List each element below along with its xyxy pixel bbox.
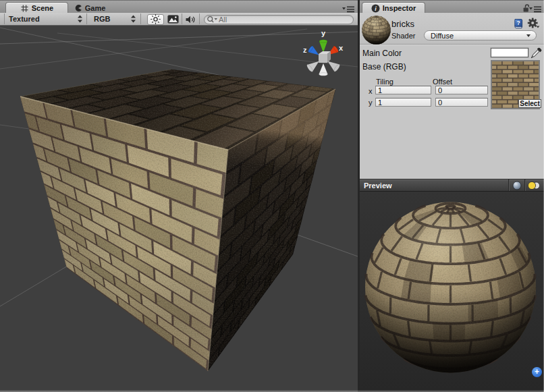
scene-search-input[interactable] xyxy=(219,16,340,24)
color-mode-dropdown[interactable]: RGB xyxy=(87,13,140,25)
skybox-toggle[interactable] xyxy=(167,14,179,25)
material-header: bricks Shader Diffuse ? xyxy=(360,13,544,45)
tab-inspector[interactable]: iInspector xyxy=(362,2,425,13)
inspector-panel: iInspector bricks Shader Diffuse ? xyxy=(360,0,544,392)
help-glyph: ? xyxy=(516,19,520,26)
dropdown-arrows-icon xyxy=(77,15,83,23)
game-icon xyxy=(74,4,82,12)
draw-mode-dropdown[interactable]: Textured xyxy=(5,13,86,25)
shader-value: Diffuse xyxy=(431,32,454,40)
info-icon: i xyxy=(371,4,380,13)
toolbar-separator xyxy=(199,13,200,24)
audio-toggle[interactable] xyxy=(184,14,196,25)
gear-icon xyxy=(527,18,540,29)
settings-button[interactable] xyxy=(527,18,540,32)
preview-sphere-toggle[interactable] xyxy=(512,181,522,190)
help-icon: ? xyxy=(513,18,524,29)
texture-select-button[interactable]: Select xyxy=(518,99,541,108)
gizmo-neg-y-cone[interactable] xyxy=(319,63,328,76)
preview-brick-sphere[interactable] xyxy=(365,202,536,373)
scene-gizmo[interactable]: y x z xyxy=(303,29,344,76)
unity-editor-window: Scene Game Textured RGB xyxy=(0,0,544,392)
toolbar-separator xyxy=(182,13,182,24)
offset-y-field[interactable] xyxy=(435,98,488,107)
tiling-header: Tiling xyxy=(376,78,393,86)
preview-zoom-button[interactable]: + xyxy=(532,367,542,377)
color-mode-value: RGB xyxy=(87,15,110,23)
shader-dropdown[interactable]: Diffuse xyxy=(424,30,537,40)
material-preview-ball[interactable] xyxy=(362,16,391,45)
tiling-x-field[interactable] xyxy=(375,86,431,94)
gizmo-neg-x-cone[interactable] xyxy=(306,61,319,73)
preview-header-separator xyxy=(524,179,525,192)
offset-x-input[interactable] xyxy=(436,86,487,94)
preview-title: Preview xyxy=(364,181,392,190)
gizmo-z-label[interactable]: z xyxy=(303,46,307,54)
lighting-toggle[interactable] xyxy=(147,14,164,25)
preview-header-separator xyxy=(508,179,509,192)
shader-label: Shader xyxy=(391,32,415,40)
tiling-row-y-label: y xyxy=(369,99,373,107)
gizmo-z-axis-cone[interactable] xyxy=(307,45,319,55)
eyedropper-button[interactable] xyxy=(531,47,542,61)
scene-grid-icon xyxy=(20,4,29,13)
tiling-y-field[interactable] xyxy=(375,98,431,107)
tab-inspector-label: Inspector xyxy=(383,4,416,12)
sun-icon xyxy=(150,13,161,25)
brick-cube[interactable] xyxy=(20,69,335,371)
gizmo-y-label[interactable]: y xyxy=(321,29,326,37)
base-rgb-label: Base (RGB) xyxy=(362,62,406,72)
tab-game-label: Game xyxy=(85,4,106,12)
speaker-icon xyxy=(185,15,196,24)
dropdown-arrow-icon xyxy=(526,34,531,37)
offset-x-field[interactable] xyxy=(435,86,488,94)
inspector-tabstrip: iInspector xyxy=(360,0,544,13)
offset-y-input[interactable] xyxy=(436,99,487,106)
tab-scene-label: Scene xyxy=(32,4,53,12)
toolbar-separator xyxy=(140,13,141,24)
tiling-row-x-label: x xyxy=(369,87,373,95)
gizmo-x-label[interactable]: x xyxy=(339,44,344,52)
image-icon xyxy=(167,15,179,24)
scene-viewport[interactable]: y x z xyxy=(0,26,358,392)
tiling-x-input[interactable] xyxy=(376,86,431,94)
scene-search-field[interactable] xyxy=(204,15,354,24)
scene-tabstrip: Scene Game xyxy=(0,0,358,13)
scene-panel: Scene Game Textured RGB xyxy=(0,0,358,392)
preview-body[interactable]: + xyxy=(360,191,544,392)
preview-light-toggle[interactable] xyxy=(527,181,542,190)
tiling-y-input[interactable] xyxy=(376,99,431,106)
inspector-body: bricks Shader Diffuse ? Main Color Base … xyxy=(360,13,544,179)
gizmo-y-axis-cone[interactable] xyxy=(319,40,327,53)
scene-toolbar: Textured RGB xyxy=(0,13,358,26)
main-color-label: Main Color xyxy=(362,49,402,58)
dropdown-arrows-icon xyxy=(130,15,136,23)
draw-mode-value: Textured xyxy=(5,15,40,23)
gizmo-center-cube[interactable] xyxy=(319,51,331,63)
eyedropper-icon xyxy=(531,47,542,59)
main-color-swatch[interactable] xyxy=(491,48,528,57)
tab-scene[interactable]: Scene xyxy=(5,2,68,13)
offset-header: Offset xyxy=(433,78,452,86)
preview-header[interactable]: Preview xyxy=(360,179,544,191)
gizmo-neg-z-cone[interactable] xyxy=(328,61,341,73)
material-name: bricks xyxy=(391,19,414,29)
search-icon xyxy=(207,16,219,24)
tab-game[interactable]: Game xyxy=(72,2,108,13)
help-button[interactable]: ? xyxy=(513,18,524,32)
